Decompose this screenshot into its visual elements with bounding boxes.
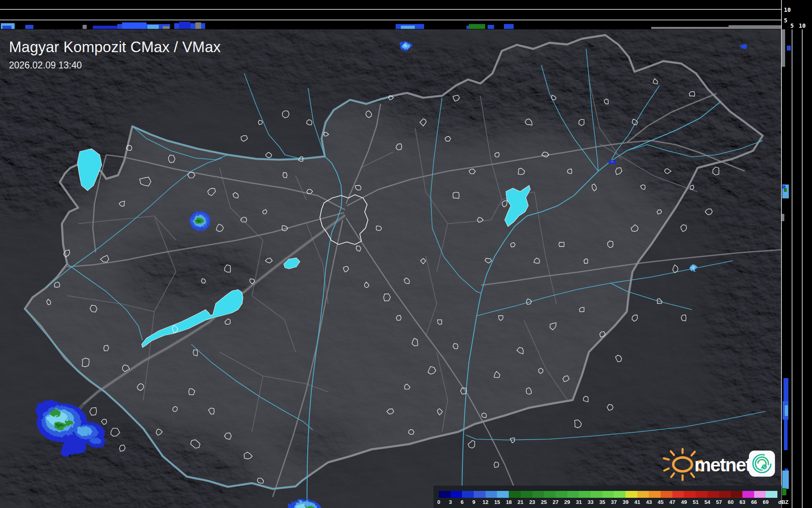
dbz-color-cell bbox=[591, 491, 602, 498]
dbz-color-cell bbox=[544, 491, 556, 498]
dbz-color-cell bbox=[614, 491, 626, 498]
dbz-color-cell bbox=[719, 491, 731, 498]
echo-west-cell bbox=[188, 210, 210, 230]
dbz-color-cell bbox=[532, 491, 544, 498]
timestamp: 2026.02.09 13:40 bbox=[9, 60, 82, 70]
dbz-tick-label: 47 bbox=[670, 499, 675, 505]
dbz-tick-label: 0 bbox=[437, 499, 440, 505]
echo-north-cell bbox=[398, 41, 411, 50]
dbz-color-cell bbox=[462, 491, 474, 498]
dbz-color-cell bbox=[602, 491, 614, 498]
mountain-texture bbox=[0, 29, 781, 508]
map-area: Magyar Kompozit CMax / VMax 2026.02.09 1… bbox=[0, 29, 781, 508]
dbz-color-cell bbox=[497, 491, 509, 498]
right-profile-panel: 5 10 bbox=[782, 22, 812, 508]
page-title: Magyar Kompozit CMax / VMax bbox=[9, 39, 221, 55]
dbz-color-cell bbox=[731, 491, 742, 498]
top-axis-5-label: 5 bbox=[784, 17, 787, 24]
dbz-unit-label: dBZ bbox=[778, 499, 788, 505]
dbz-tick-label: 12 bbox=[483, 499, 488, 505]
metnet-app-icon bbox=[749, 451, 775, 477]
dbz-color-cell bbox=[696, 491, 707, 498]
dbz-tick-label: 18 bbox=[506, 499, 512, 505]
dbz-colorbar bbox=[439, 491, 777, 498]
dbz-color-cell bbox=[649, 491, 661, 498]
dbz-tick-label: 3 bbox=[449, 499, 452, 505]
dbz-tick-label: 6 bbox=[461, 499, 464, 505]
dbz-tick-label: 25 bbox=[541, 499, 547, 505]
dbz-color-cell bbox=[509, 491, 521, 498]
dbz-tick-label: 33 bbox=[588, 499, 593, 505]
dbz-tick-label: 54 bbox=[705, 499, 710, 505]
dbz-color-cell bbox=[707, 491, 719, 498]
dbz-tick-label: 57 bbox=[716, 499, 722, 505]
radar-scene: Magyar Kompozit CMax / VMax 2026.02.09 1… bbox=[0, 0, 812, 508]
dbz-color-cell bbox=[474, 491, 486, 498]
top-axis-10-label: 10 bbox=[784, 7, 791, 13]
echo-east-dot bbox=[688, 264, 696, 270]
dbz-color-cell bbox=[661, 491, 672, 498]
dbz-color-cell bbox=[766, 491, 777, 498]
echo-topright-dot bbox=[740, 43, 746, 48]
dbz-tick-label: 9 bbox=[472, 499, 475, 505]
right-axis-5-label: 5 bbox=[790, 22, 794, 29]
dbz-tick-label: 39 bbox=[623, 499, 628, 505]
dbz-tick-label: 29 bbox=[564, 499, 570, 505]
dbz-color-cell bbox=[579, 491, 591, 498]
dbz-color-cell bbox=[742, 491, 754, 498]
dbz-color-cell bbox=[672, 491, 684, 498]
dbz-color-cell bbox=[556, 491, 567, 498]
dbz-tick-label: 37 bbox=[611, 499, 617, 505]
dbz-color-cell bbox=[439, 491, 451, 498]
logo-text: metnet bbox=[694, 454, 751, 475]
dbz-tick-label: 41 bbox=[634, 499, 640, 505]
dbz-color-cell bbox=[754, 491, 766, 498]
dbz-tick-label: 60 bbox=[728, 499, 733, 505]
dbz-tick-label: 23 bbox=[529, 499, 535, 505]
dbz-color-cell bbox=[451, 491, 462, 498]
dbz-color-cell bbox=[567, 491, 579, 498]
dbz-tick-label: 66 bbox=[751, 499, 757, 505]
dbz-color-cell bbox=[626, 491, 637, 498]
right-axis-10-label: 10 bbox=[799, 22, 806, 29]
dbz-legend: 0369121518212325272931333537394143454749… bbox=[433, 486, 781, 508]
echo-northeast-dot bbox=[607, 159, 615, 164]
radar-app-window: Magyar Kompozit CMax / VMax 2026.02.09 1… bbox=[0, 0, 812, 508]
dbz-tick-label: 49 bbox=[681, 499, 687, 505]
dbz-tick-label: 45 bbox=[658, 499, 663, 505]
dbz-tick-label: 27 bbox=[553, 499, 558, 505]
dbz-tick-label: 51 bbox=[693, 499, 698, 505]
dbz-tick-label: 69 bbox=[763, 499, 768, 505]
top-profile-panel: 10 5 bbox=[0, 0, 812, 29]
dbz-tick-label: 15 bbox=[494, 499, 500, 505]
dbz-tick-label: 35 bbox=[599, 499, 605, 505]
dbz-color-cell bbox=[486, 491, 497, 498]
dbz-tick-label: 21 bbox=[518, 499, 523, 505]
dbz-tick-label: 63 bbox=[740, 499, 745, 505]
dbz-color-cell bbox=[684, 491, 696, 498]
dbz-tick-label: 43 bbox=[646, 499, 652, 505]
dbz-tick-label: 31 bbox=[576, 499, 582, 505]
dbz-color-cell bbox=[637, 491, 649, 498]
dbz-color-cell bbox=[521, 491, 532, 498]
dbz-tick-labels: 0369121518212325272931333537394143454749… bbox=[439, 499, 781, 506]
